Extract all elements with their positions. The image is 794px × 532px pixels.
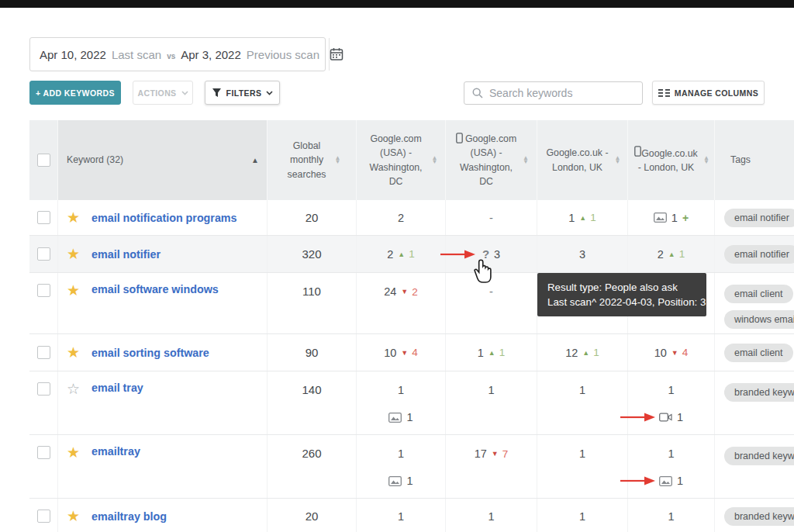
search-keywords-input[interactable] [489, 87, 634, 99]
position-value: 1 [677, 475, 683, 487]
position-value: 1 [488, 510, 494, 523]
tag-pill: branded keyword [724, 383, 794, 402]
row-checkbox[interactable] [37, 346, 50, 359]
search-volume-value: 20 [306, 510, 319, 523]
position-cell: 12▲1 [537, 334, 628, 371]
search-volume-value: 320 [302, 247, 321, 261]
position-value: 1 [478, 347, 484, 359]
row-checkbox[interactable] [37, 211, 50, 224]
search-volume-value: 110 [302, 285, 321, 298]
filter-funnel-icon [212, 88, 222, 98]
search-keywords-box [464, 81, 643, 105]
column-header-google-uk-mobile[interactable]: Google.co.uk - London, UK ▲▼ [628, 120, 715, 200]
favorite-star-outline-icon[interactable]: ☆ [67, 382, 80, 396]
last-scan-label: Last scan [112, 48, 161, 61]
select-all-checkbox[interactable] [37, 154, 50, 167]
position-value: 1 [671, 212, 678, 224]
keyword-link[interactable]: email sorting software [91, 347, 209, 359]
google-us-desktop-label: Google.com (USA) - Washington, DC [364, 132, 428, 189]
position-cell: 1 [537, 499, 628, 532]
position-cell: 1 [628, 499, 715, 532]
date-range-selector[interactable]: Apr 10, 2022 Last scan vs Apr 3, 2022 Pr… [29, 37, 326, 71]
table-row: ★emailtray blog201111branded keyword [29, 499, 794, 532]
new-position-plus: + [682, 212, 689, 224]
tags-cell: branded keyword [715, 371, 794, 434]
column-header-keyword[interactable]: Keyword (32) ▲ [58, 120, 268, 200]
position-change: ▼4 [671, 347, 688, 358]
position-change: ▲1 [398, 248, 414, 260]
position-value: 10 [384, 347, 396, 359]
sort-icon: ▲▼ [432, 157, 438, 164]
position-cell: 1 [537, 435, 628, 498]
position-cell: 1+ [628, 200, 715, 235]
position-value: - [489, 212, 493, 224]
search-volume-value: 260 [302, 447, 321, 460]
keyword-link[interactable]: emailtray blog [91, 510, 167, 523]
position-value: 1 [398, 384, 404, 396]
column-header-volume[interactable]: Global monthly searches ▲▼ [268, 120, 357, 200]
browser-chrome-bar [0, 0, 794, 8]
tag-pill: email notifier [724, 245, 794, 264]
actions-button[interactable]: ACTIONS [133, 81, 193, 105]
position-cell: 2▲1 [357, 236, 446, 272]
search-volume-value: 90 [306, 346, 319, 359]
calendar-button[interactable] [329, 38, 343, 71]
column-header-tags[interactable]: Tags [715, 120, 794, 200]
row-checkbox[interactable] [37, 446, 50, 459]
chevron-down-icon [266, 91, 273, 95]
actions-label: ACTIONS [137, 88, 176, 98]
tags-cell: email notifier [715, 236, 794, 272]
position-cell: 3 [537, 236, 628, 272]
select-all-header [29, 120, 58, 200]
image-pack-icon [388, 413, 402, 423]
keyword-link[interactable]: email software windows [91, 283, 219, 295]
cursor-pointer [474, 259, 495, 285]
add-keywords-button[interactable]: + ADD KEYWORDS [29, 81, 121, 105]
favorite-star-icon[interactable]: ★ [67, 247, 80, 261]
tag-pill: email client [724, 285, 793, 303]
video-icon [659, 413, 672, 422]
favorite-star-icon[interactable]: ★ [67, 509, 80, 523]
manage-columns-button[interactable]: MANAGE COLUMNS [652, 81, 765, 105]
column-header-google-us-desktop[interactable]: Google.com (USA) - Washington, DC ▲▼ [357, 120, 446, 200]
position-cell: 1 [537, 371, 628, 434]
google-us-mobile-label: Google.com (USA) - Washington, DC [460, 133, 516, 187]
favorite-star-icon[interactable]: ★ [67, 210, 80, 225]
red-annotation-arrow [440, 250, 475, 259]
position-cell: 2▲1 [628, 236, 715, 272]
position-value: 1 [579, 510, 585, 523]
google-uk-mobile-label: Google.co.uk - London, UK [638, 148, 698, 173]
position-value: 2 [398, 212, 404, 224]
favorite-star-icon[interactable]: ★ [67, 445, 80, 460]
filters-button[interactable]: FILTERS [205, 81, 280, 105]
keyword-link[interactable]: email tray [91, 382, 143, 394]
keyword-link[interactable]: email notification programs [91, 212, 236, 224]
row-checkbox[interactable] [37, 382, 50, 396]
row-checkbox[interactable] [37, 284, 50, 297]
table-row: ☆email tray140111111branded keyword [29, 371, 794, 435]
table-row: ★email notifier3202▲1?332▲1email notifie… [29, 236, 794, 273]
keyword-link[interactable]: emailtray [91, 445, 140, 458]
tags-cell: branded keyword [715, 435, 794, 498]
keyword-link[interactable]: email notifier [91, 248, 161, 261]
column-header-google-us-mobile[interactable]: Google.com (USA) - Washington, DC ▲▼ [446, 120, 537, 200]
red-annotation-arrow [620, 413, 655, 422]
position-cell: 11 [357, 435, 446, 498]
image-pack-icon [659, 476, 672, 486]
mobile-phone-icon [634, 148, 641, 159]
favorite-star-icon[interactable]: ★ [67, 283, 80, 298]
row-checkbox[interactable] [37, 510, 50, 523]
column-header-google-uk-desktop[interactable]: Google.co.uk - London, UK ▲▼ [537, 120, 628, 200]
chevron-down-icon [181, 91, 188, 95]
serp-feature-tooltip: Result type: People also ask Last scan^ … [537, 273, 706, 316]
table-row: ★email notification programs202-1▲11+ema… [29, 200, 794, 236]
vs-label: vs [167, 52, 175, 60]
red-annotation-arrow [620, 476, 655, 485]
position-value: 1 [406, 411, 413, 423]
image-pack-icon [388, 476, 402, 486]
favorite-star-icon[interactable]: ★ [67, 345, 80, 360]
row-checkbox[interactable] [37, 247, 50, 261]
search-volume-value: 140 [302, 383, 321, 396]
tags-column-label: Tags [730, 153, 751, 167]
volume-column-label: Global monthly searches [283, 139, 331, 181]
